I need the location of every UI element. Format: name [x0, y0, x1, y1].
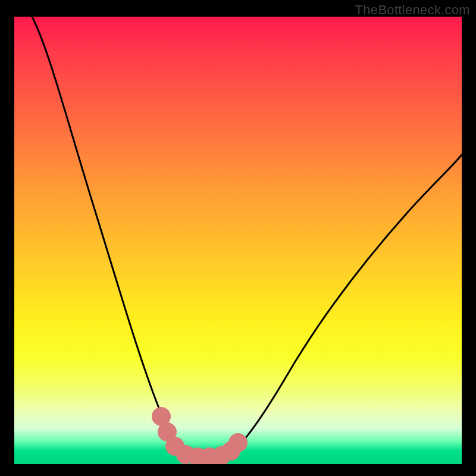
chart-plot-area [14, 17, 462, 464]
valley-marker-group [156, 411, 243, 462]
marker-dot [156, 411, 167, 422]
marker-dot [162, 427, 173, 437]
bottleneck-curve-path [32, 17, 462, 457]
marker-dot [233, 437, 243, 448]
watermark-text: TheBottleneck.com [355, 2, 470, 18]
chart-svg [14, 17, 462, 464]
